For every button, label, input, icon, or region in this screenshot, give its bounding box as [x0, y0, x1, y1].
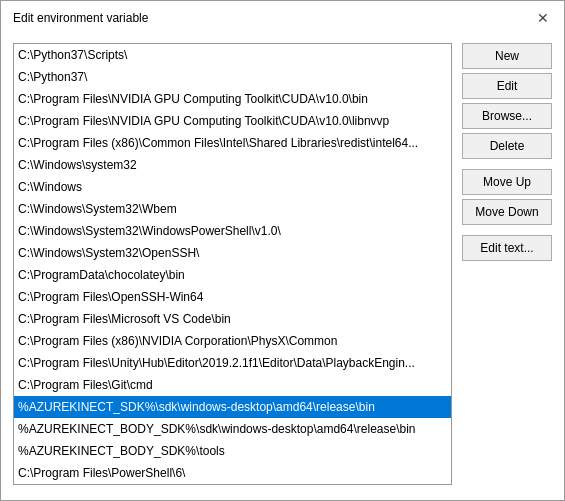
move-down-button[interactable]: Move Down	[462, 199, 552, 225]
content-area: C:\Python37\Scripts\C:\Python37\C:\Progr…	[1, 33, 564, 495]
list-item[interactable]: C:\Program Files\NVIDIA GPU Computing To…	[14, 88, 451, 110]
list-item[interactable]: C:\Windows\System32\Wbem	[14, 198, 451, 220]
edit-env-var-dialog: Edit environment variable ✕ C:\Python37\…	[0, 0, 565, 501]
footer: OK Cancel	[1, 495, 564, 501]
env-var-list[interactable]: C:\Python37\Scripts\C:\Python37\C:\Progr…	[13, 43, 452, 485]
list-item[interactable]: %AZUREKINECT_BODY_SDK%\sdk\windows-deskt…	[14, 418, 451, 440]
dialog-title: Edit environment variable	[13, 11, 148, 25]
list-item[interactable]: C:\Program Files\Microsoft VS Code\bin	[14, 308, 451, 330]
list-item[interactable]: C:\Python37\Scripts\	[14, 44, 451, 66]
list-item[interactable]: C:\ProgramData\chocolatey\bin	[14, 264, 451, 286]
browse-button[interactable]: Browse...	[462, 103, 552, 129]
list-item[interactable]: C:\Program Files\PowerShell\6\	[14, 462, 451, 484]
list-item[interactable]: C:\Windows\system32	[14, 154, 451, 176]
list-item[interactable]: C:\Program Files (x86)\Common Files\Inte…	[14, 132, 451, 154]
list-item[interactable]: C:\Windows	[14, 176, 451, 198]
list-item[interactable]: C:\Windows\System32\WindowsPowerShell\v1…	[14, 220, 451, 242]
list-item[interactable]: C:\Program Files\Unity\Hub\Editor\2019.2…	[14, 352, 451, 374]
list-item[interactable]: C:\Program Files (x86)\NVIDIA Corporatio…	[14, 330, 451, 352]
new-button[interactable]: New	[462, 43, 552, 69]
list-item[interactable]: C:\Program Files\NVIDIA GPU Computing To…	[14, 110, 451, 132]
title-bar: Edit environment variable ✕	[1, 1, 564, 33]
list-item[interactable]: C:\Program Files\Git\cmd	[14, 374, 451, 396]
action-buttons: New Edit Browse... Delete Move Up Move D…	[462, 43, 552, 485]
list-item[interactable]: C:\Program Files\OpenSSH-Win64	[14, 286, 451, 308]
list-item[interactable]: %AZUREKINECT_BODY_SDK%\tools	[14, 440, 451, 462]
list-item[interactable]: C:\Windows\System32\OpenSSH\	[14, 242, 451, 264]
edit-button[interactable]: Edit	[462, 73, 552, 99]
edit-text-button[interactable]: Edit text...	[462, 235, 552, 261]
list-item[interactable]: C:\Python37\	[14, 66, 451, 88]
delete-button[interactable]: Delete	[462, 133, 552, 159]
move-up-button[interactable]: Move Up	[462, 169, 552, 195]
close-button[interactable]: ✕	[534, 9, 552, 27]
list-item[interactable]: %AZUREKINECT_SDK%\sdk\windows-desktop\am…	[14, 396, 451, 418]
